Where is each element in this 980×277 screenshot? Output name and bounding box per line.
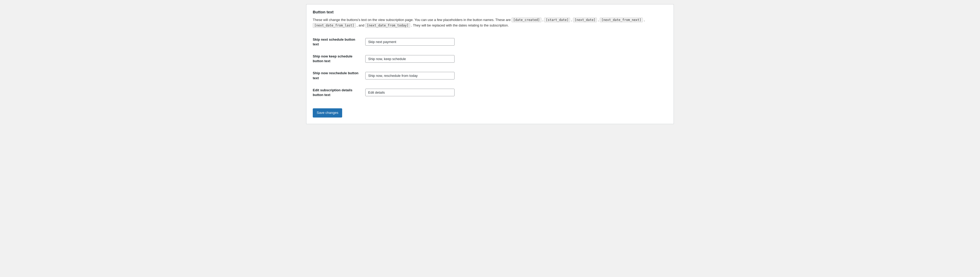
label-skip-next-schedule: Skip next schedule button text [313,37,365,47]
placeholder-next-date-from-next: [next_date_from_next] [600,17,643,22]
form-row-ship-now-reschedule: Ship now reschedule button text [313,67,667,84]
placeholder-date-created: [date_created] [512,17,541,22]
placeholder-next-date-from-last: [next_date_from_last] [313,23,356,28]
form-section: Skip next schedule button text Ship now … [313,33,667,101]
card-title: Button text [313,10,667,14]
input-ship-now-keep-schedule[interactable] [365,55,455,63]
button-text-card: Button text These will change the button… [306,4,674,124]
save-section: Save changes [313,106,667,117]
input-skip-next-schedule[interactable] [365,38,455,46]
label-ship-now-reschedule: Ship now reschedule button text [313,71,365,80]
input-ship-now-reschedule[interactable] [365,72,455,79]
label-edit-subscription-details: Edit subscription details button text [313,88,365,97]
placeholder-next-date: [next_date] [573,17,597,22]
input-edit-subscription-details[interactable] [365,89,455,96]
form-row-skip-next-schedule: Skip next schedule button text [313,33,667,51]
form-row-ship-now-keep-schedule: Ship now keep schedule button text [313,51,667,67]
form-row-edit-subscription-details: Edit subscription details button text [313,84,667,101]
save-changes-button[interactable]: Save changes [313,108,342,117]
placeholder-next-date-from-today: [next_date_from_today] [365,23,410,28]
page-container: Button text These will change the button… [306,4,674,124]
placeholder-start-date: [start_date] [544,17,570,22]
card-description: These will change the buttons's text on … [313,17,667,28]
label-ship-now-keep-schedule: Ship now keep schedule button text [313,54,365,63]
